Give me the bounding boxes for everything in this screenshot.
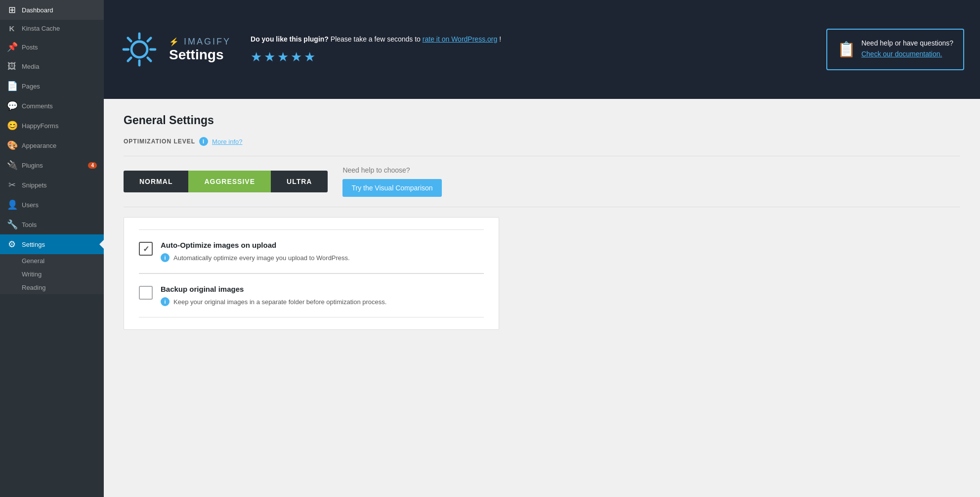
plugin-settings-title: Settings bbox=[169, 47, 231, 63]
document-icon: 📋 bbox=[837, 38, 855, 61]
documentation-box: 📋 Need help or have questions? Check our… bbox=[826, 29, 964, 70]
auto-optimize-desc: i Automatically optimize every image you… bbox=[161, 253, 484, 262]
comments-icon: 💬 bbox=[7, 100, 17, 111]
subitem-reading[interactable]: Reading bbox=[0, 281, 104, 294]
sidebar-item-users[interactable]: 👤 Users bbox=[0, 195, 104, 215]
divider-2 bbox=[124, 207, 960, 207]
try-visual-comparison-button[interactable]: Try the Visual Comparison bbox=[342, 179, 441, 197]
sidebar-item-posts[interactable]: 📌 Posts bbox=[0, 37, 104, 57]
header-left: ⚡ IMAGIFY Settings bbox=[120, 30, 231, 69]
kinsta-icon: K bbox=[7, 24, 17, 33]
optimization-level-label: OPTIMIZATION LEVEL i More info? bbox=[124, 137, 960, 146]
more-info-link[interactable]: More info? bbox=[212, 138, 242, 145]
sidebar-item-label: Pages bbox=[22, 83, 97, 90]
settings-subitems: General Writing Reading bbox=[0, 254, 104, 294]
opt-btn-normal[interactable]: NORMAL bbox=[124, 171, 188, 192]
opt-help: Need help to choose? Try the Visual Comp… bbox=[342, 166, 441, 197]
dashboard-icon: ⊞ bbox=[7, 4, 17, 15]
auto-optimize-info-icon[interactable]: i bbox=[161, 253, 170, 262]
optimization-level-section: OPTIMIZATION LEVEL i More info? NORMAL A… bbox=[124, 137, 960, 330]
svg-line-6 bbox=[148, 58, 151, 61]
sidebar-item-label: Media bbox=[22, 63, 97, 70]
sidebar-item-label: Users bbox=[22, 201, 97, 209]
settings-icon: ⚙ bbox=[7, 239, 17, 250]
subitem-writing[interactable]: Writing bbox=[0, 268, 104, 281]
backup-original-info-icon[interactable]: i bbox=[161, 297, 170, 306]
star-4: ★ bbox=[291, 49, 302, 65]
backup-original-row: Backup original images i Keep your origi… bbox=[139, 274, 484, 317]
sidebar-item-label: Dashboard bbox=[22, 6, 97, 14]
happyforms-icon: 😊 bbox=[7, 120, 17, 131]
optimization-level-container: NORMAL AGGRESSIVE ULTRA Need help to cho… bbox=[124, 166, 960, 197]
tools-icon: 🔧 bbox=[7, 219, 17, 230]
opt-buttons-group: NORMAL AGGRESSIVE ULTRA bbox=[124, 171, 328, 192]
plugins-icon: 🔌 bbox=[7, 160, 17, 171]
active-indicator bbox=[99, 239, 104, 249]
backup-original-content: Backup original images i Keep your origi… bbox=[161, 285, 484, 306]
sidebar-item-appearance[interactable]: 🎨 Appearance bbox=[0, 136, 104, 155]
opt-help-text: Need help to choose? bbox=[342, 166, 441, 174]
svg-line-5 bbox=[128, 38, 131, 41]
sidebar-item-label: Plugins bbox=[22, 162, 83, 169]
sidebar-item-kinsta-cache[interactable]: K Kinsta Cache bbox=[0, 20, 104, 37]
sidebar-item-label: Snippets bbox=[22, 181, 97, 189]
users-icon: 👤 bbox=[7, 199, 17, 210]
sidebar: ⊞ Dashboard K Kinsta Cache 📌 Posts 🖼 Med… bbox=[0, 0, 104, 497]
auto-optimize-row: ✓ Auto-Optimize images on upload i Autom… bbox=[139, 229, 484, 273]
star-1: ★ bbox=[251, 49, 262, 65]
appearance-icon: 🎨 bbox=[7, 140, 17, 151]
star-3: ★ bbox=[277, 49, 289, 65]
backup-original-title: Backup original images bbox=[161, 285, 484, 293]
settings-content-area: ✓ Auto-Optimize images on upload i Autom… bbox=[124, 217, 499, 330]
star-5: ★ bbox=[304, 49, 315, 65]
media-icon: 🖼 bbox=[7, 61, 17, 72]
star-rating: ★ ★ ★ ★ ★ bbox=[251, 49, 807, 65]
subitem-general[interactable]: General bbox=[0, 254, 104, 268]
page-body: General Settings OPTIMIZATION LEVEL i Mo… bbox=[104, 99, 980, 497]
svg-line-8 bbox=[128, 58, 131, 61]
plugins-badge: 4 bbox=[88, 162, 97, 169]
sidebar-item-label: Kinsta Cache bbox=[22, 25, 97, 32]
opt-btn-ultra[interactable]: ULTRA bbox=[271, 171, 328, 192]
doc-text: Need help or have questions? Check our d… bbox=[861, 38, 953, 60]
sidebar-item-happyforms[interactable]: 😊 HappyForms bbox=[0, 116, 104, 136]
imagify-logo: ⚡ IMAGIFY bbox=[169, 37, 231, 47]
posts-icon: 📌 bbox=[7, 42, 17, 52]
pages-icon: 📄 bbox=[7, 81, 17, 91]
sidebar-item-snippets[interactable]: ✂ Snippets bbox=[0, 175, 104, 195]
imagify-brand: ⚡ IMAGIFY Settings bbox=[169, 37, 231, 63]
snippets-icon: ✂ bbox=[7, 180, 17, 190]
divider-1 bbox=[124, 156, 960, 156]
header-center: Do you like this plugin? Please take a f… bbox=[231, 34, 826, 65]
backup-original-checkbox[interactable] bbox=[139, 286, 153, 300]
page-title: General Settings bbox=[124, 114, 960, 127]
sidebar-item-label: Posts bbox=[22, 44, 97, 51]
sidebar-item-label: Tools bbox=[22, 221, 97, 228]
sidebar-item-label: Settings bbox=[22, 241, 97, 248]
documentation-link[interactable]: Check our documentation. bbox=[861, 50, 942, 58]
sidebar-item-media[interactable]: 🖼 Media bbox=[0, 57, 104, 76]
sidebar-item-label: Comments bbox=[22, 102, 97, 110]
info-icon[interactable]: i bbox=[199, 137, 208, 146]
svg-point-0 bbox=[131, 42, 147, 57]
imagify-gear-icon bbox=[120, 30, 159, 69]
rating-text: Do you like this plugin? Please take a f… bbox=[251, 34, 807, 45]
logo-lightning: ⚡ bbox=[169, 37, 181, 46]
rate-link[interactable]: rate it on WordPress.org bbox=[423, 35, 497, 43]
sidebar-item-tools[interactable]: 🔧 Tools bbox=[0, 215, 104, 234]
star-2: ★ bbox=[264, 49, 275, 65]
auto-optimize-title: Auto-Optimize images on upload bbox=[161, 241, 484, 249]
sidebar-item-label: HappyForms bbox=[22, 122, 97, 130]
sidebar-item-pages[interactable]: 📄 Pages bbox=[0, 76, 104, 96]
sidebar-item-plugins[interactable]: 🔌 Plugins 4 bbox=[0, 155, 104, 175]
auto-optimize-content: Auto-Optimize images on upload i Automat… bbox=[161, 241, 484, 262]
sidebar-item-dashboard[interactable]: ⊞ Dashboard bbox=[0, 0, 104, 20]
main-content: ⚡ IMAGIFY Settings Do you like this plug… bbox=[104, 0, 980, 497]
auto-optimize-checkbox[interactable]: ✓ bbox=[139, 242, 153, 256]
sidebar-item-label: Appearance bbox=[22, 142, 97, 149]
svg-line-7 bbox=[148, 38, 151, 41]
sidebar-item-comments[interactable]: 💬 Comments bbox=[0, 96, 104, 116]
checkmark-icon: ✓ bbox=[143, 244, 149, 254]
sidebar-item-settings[interactable]: ⚙ Settings bbox=[0, 234, 104, 254]
opt-btn-aggressive[interactable]: AGGRESSIVE bbox=[188, 171, 271, 192]
